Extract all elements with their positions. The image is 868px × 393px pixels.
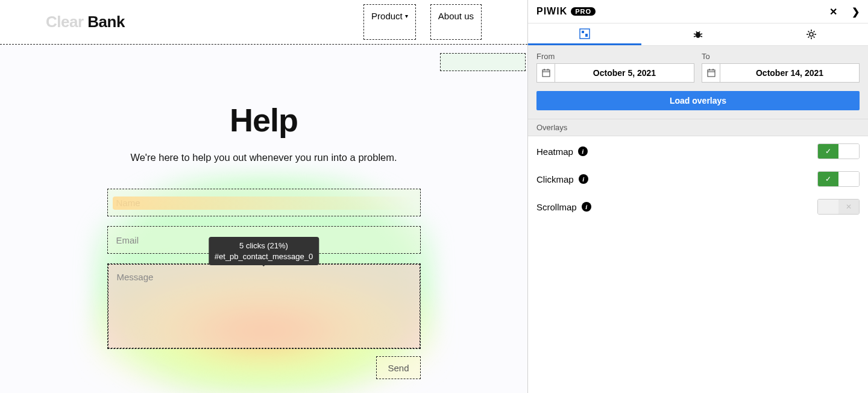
nav-about[interactable]: About us — [430, 4, 482, 40]
calendar-icon — [537, 64, 555, 82]
svg-line-18 — [808, 37, 810, 38]
nav-about-label: About us — [438, 11, 474, 21]
svg-rect-2 — [585, 34, 588, 37]
scrollmap-label: Scrollmap — [536, 202, 577, 212]
date-to-col: To October 14, 2021 — [702, 52, 860, 83]
svg-line-6 — [694, 36, 696, 37]
send-button[interactable]: Send — [376, 356, 420, 379]
nav-product-label: Product — [371, 11, 403, 21]
piwik-logo: PIWIK PRO — [536, 6, 596, 17]
toggle-row-clickmap: Clickmap i ✓ — [536, 171, 860, 187]
info-icon[interactable]: i — [578, 146, 588, 156]
tab-settings[interactable] — [755, 24, 868, 45]
svg-line-7 — [700, 36, 702, 37]
toggle-on: ✓ — [818, 172, 838, 186]
nav-product[interactable]: Product ▾ — [363, 4, 416, 40]
date-from-col: From October 5, 2021 — [536, 52, 694, 83]
bug-icon — [693, 29, 703, 40]
svg-rect-1 — [582, 31, 584, 33]
toggle-on: ✓ — [818, 144, 838, 159]
calendar-icon — [702, 64, 720, 82]
overlays-icon — [579, 28, 590, 39]
contact-form: Name Email 5 clicks (21%) #et_pb_contact… — [107, 189, 421, 379]
gear-icon — [806, 29, 817, 40]
toggle-row-scrollmap: Scrollmap i ✕ — [536, 199, 860, 215]
clickmap-toggle[interactable]: ✓ — [817, 171, 860, 187]
send-label: Send — [388, 363, 409, 373]
info-icon[interactable]: i — [582, 202, 591, 212]
svg-line-15 — [808, 31, 810, 33]
date-to-value: October 14, 2021 — [720, 64, 859, 82]
site-brand: Clear Bank — [46, 13, 125, 31]
date-range-section: From October 5, 2021 To October 14, 2021 — [528, 46, 868, 119]
heatmap-label: Heatmap — [536, 146, 573, 157]
svg-rect-0 — [580, 29, 590, 39]
toggle-on — [818, 200, 838, 214]
heatmap-toggle[interactable]: ✓ — [817, 143, 860, 159]
close-icon[interactable]: ✕ — [829, 6, 837, 17]
site-header: Clear Bank Product ▾ About us — [0, 0, 527, 45]
message-field[interactable]: Message — [108, 264, 420, 348]
overlay-region-header — [440, 53, 526, 71]
svg-line-8 — [696, 31, 697, 33]
svg-rect-19 — [542, 70, 550, 77]
chevron-right-icon[interactable]: ❯ — [852, 6, 860, 17]
piwik-panel: PIWIK PRO ✕ ❯ — [527, 0, 868, 393]
date-to-label: To — [702, 52, 860, 61]
page-body: Help We're here to help you out whenever… — [0, 45, 527, 379]
tooltip-line1: 5 clicks (21%) — [215, 241, 313, 251]
logo-badge: PRO — [571, 7, 596, 16]
tab-overlays[interactable] — [528, 24, 641, 45]
info-icon[interactable]: i — [579, 174, 588, 184]
date-from-value: October 5, 2021 — [555, 64, 694, 82]
tab-debug[interactable] — [641, 24, 755, 45]
message-placeholder: Message — [117, 272, 154, 282]
svg-line-5 — [700, 34, 702, 34]
date-to-input[interactable]: October 14, 2021 — [702, 63, 860, 83]
clickmap-label: Clickmap — [536, 174, 574, 184]
analyzed-website: Clear Bank Product ▾ About us Help We're… — [0, 0, 527, 393]
brand-dim: Clear — [46, 13, 87, 31]
tooltip-line2: #et_pb_contact_message_0 — [215, 251, 313, 262]
panel-header: PIWIK PRO ✕ ❯ — [528, 0, 868, 23]
toggle-off: ✕ — [838, 200, 859, 214]
svg-line-9 — [699, 31, 700, 33]
chevron-down-icon: ▾ — [405, 13, 408, 19]
page-subtitle: We're here to help you out whenever you … — [130, 152, 397, 163]
logo-text: PIWIK — [536, 6, 567, 17]
overlay-toggles: Heatmap i ✓ Clickmap i ✓ Scrollmap i — [528, 136, 868, 222]
name-placeholder: Name — [116, 198, 140, 208]
message-overlay-outline: Message — [107, 263, 421, 349]
scrollmap-toggle[interactable]: ✕ — [817, 199, 860, 215]
panel-actions: ✕ ❯ — [829, 6, 860, 17]
date-from-input[interactable]: October 5, 2021 — [536, 63, 694, 83]
date-from-label: From — [536, 52, 694, 61]
svg-line-4 — [694, 34, 696, 34]
clickmap-tooltip: 5 clicks (21%) #et_pb_contact_message_0 — [209, 237, 319, 265]
toggle-row-heatmap: Heatmap i ✓ — [536, 143, 860, 159]
svg-point-3 — [696, 32, 700, 38]
site-nav: Product ▾ About us — [363, 4, 482, 40]
svg-line-16 — [814, 37, 815, 38]
toggle-off — [838, 172, 859, 186]
panel-tabs — [528, 23, 868, 46]
overlays-section-label: Overlays — [528, 119, 868, 136]
svg-line-17 — [814, 31, 815, 33]
email-placeholder: Email — [116, 235, 139, 245]
page-title: Help — [230, 101, 298, 139]
name-field[interactable]: Name — [107, 189, 421, 216]
svg-point-10 — [810, 33, 813, 36]
brand-bold: Bank — [87, 13, 125, 31]
toggle-off — [838, 144, 859, 159]
load-overlays-button[interactable]: Load overlays — [536, 91, 860, 110]
svg-rect-23 — [708, 70, 715, 77]
